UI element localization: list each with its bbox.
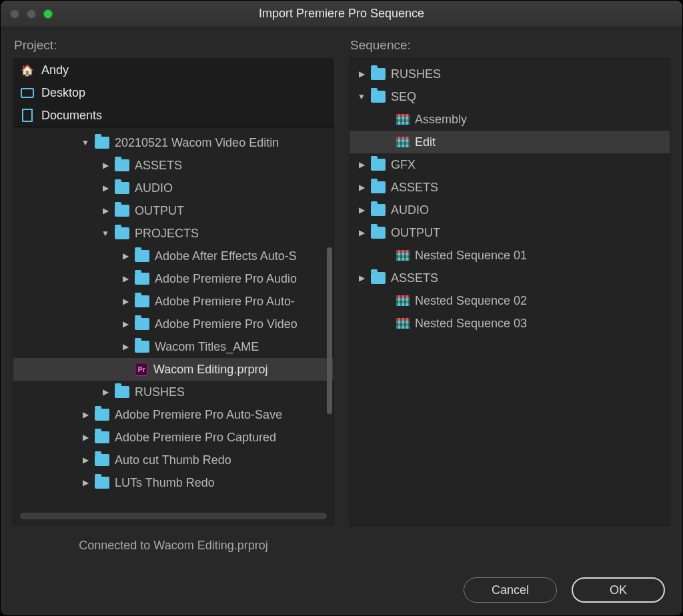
root-item-label: Documents	[41, 109, 102, 123]
root-location-list: 🏠AndyDesktopDocuments	[13, 59, 333, 127]
project-item-row[interactable]: ▼20210521 Wacom Video Editin	[13, 131, 333, 154]
chevron-right-icon[interactable]: ▶	[100, 161, 111, 170]
folder-icon	[95, 137, 109, 149]
project-scrollbar-horizontal[interactable]	[20, 513, 327, 519]
connection-status: Connected to Wacom Editing.prproj	[13, 525, 334, 569]
sequence-item-row[interactable]: ▶AUDIO	[350, 199, 670, 221]
sequence-item-row[interactable]: ▶GFX	[350, 153, 670, 176]
chevron-right-icon[interactable]: ▶	[120, 251, 131, 261]
root-item-andy[interactable]: 🏠Andy	[13, 59, 333, 81]
project-item-row[interactable]: ▼PROJECTS	[13, 222, 333, 245]
chevron-down-icon[interactable]: ▼	[80, 138, 91, 147]
dialog-footer: Cancel OK	[1, 569, 682, 615]
chevron-right-icon[interactable]: ▶	[356, 160, 367, 169]
sequence-tree[interactable]: ▶RUSHES▼SEQ Assembly Edit▶GFX▶ASSETS▶AUD…	[350, 59, 670, 525]
project-panel: Project: 🏠AndyDesktopDocuments ▼20210521…	[13, 38, 334, 569]
sequence-icon	[396, 114, 410, 125]
project-item-row[interactable]: ▶LUTs Thumb Redo	[13, 471, 333, 494]
sequence-item-row[interactable]: ▶ASSETS	[350, 267, 670, 289]
chevron-right-icon[interactable]: ▶	[356, 205, 367, 215]
chevron-right-icon[interactable]: ▶	[356, 273, 367, 283]
project-box: 🏠AndyDesktopDocuments ▼20210521 Wacom Vi…	[13, 58, 334, 525]
sequence-item-label: ASSETS	[391, 181, 438, 195]
chevron-right-icon[interactable]: ▶	[120, 319, 131, 329]
chevron-right-icon[interactable]: ▶	[100, 206, 111, 215]
sequence-item-row[interactable]: ▼SEQ	[350, 85, 670, 108]
chevron-right-icon[interactable]: ▶	[356, 69, 367, 79]
disclosure-none	[382, 296, 392, 305]
project-item-row[interactable]: Wacom Editing.prproj	[13, 358, 333, 381]
project-tree[interactable]: ▼20210521 Wacom Video Editin▶ASSETS▶AUDI…	[13, 127, 333, 509]
sequence-item-row[interactable]: Edit	[350, 131, 670, 153]
sequence-item-row[interactable]: ▶ASSETS	[350, 176, 670, 199]
project-item-row[interactable]: ▶ASSETS	[13, 154, 333, 177]
cancel-button[interactable]: Cancel	[464, 577, 557, 603]
project-item-row[interactable]: ▶RUSHES	[13, 381, 333, 403]
chevron-down-icon[interactable]: ▼	[100, 229, 111, 238]
sequence-item-row[interactable]: Nested Sequence 03	[350, 312, 670, 335]
minimize-window-button[interactable]	[27, 9, 36, 19]
project-item-row[interactable]: ▶Adobe Premiere Pro Auto-Save	[13, 403, 333, 426]
sequence-item-row[interactable]: Nested Sequence 02	[350, 289, 670, 312]
maximize-window-button[interactable]	[43, 9, 53, 19]
chevron-right-icon[interactable]: ▶	[80, 478, 91, 487]
chevron-right-icon[interactable]: ▶	[120, 274, 131, 283]
disclosure-none	[382, 115, 392, 124]
chevron-right-icon[interactable]: ▶	[100, 183, 111, 193]
project-item-label: Wacom Titles_AME	[155, 340, 259, 354]
project-item-row[interactable]: ▶Adobe Premiere Pro Auto-	[13, 290, 333, 313]
sequence-icon	[396, 318, 410, 329]
sequence-box: ▶RUSHES▼SEQ Assembly Edit▶GFX▶ASSETS▶AUD…	[349, 58, 670, 526]
chevron-down-icon[interactable]: ▼	[356, 92, 367, 101]
project-item-row[interactable]: ▶OUTPUT	[13, 199, 333, 222]
folder-icon	[371, 159, 386, 171]
project-item-row[interactable]: ▶Adobe Premiere Pro Captured	[13, 426, 333, 449]
project-item-row[interactable]: ▶Adobe After Effects Auto-S	[13, 245, 333, 267]
folder-icon	[371, 91, 386, 103]
project-item-row[interactable]: ▶AUDIO	[13, 177, 333, 199]
chevron-right-icon[interactable]: ▶	[80, 410, 91, 419]
dialog-window: Import Premiere Pro Sequence Project: 🏠A…	[0, 0, 683, 616]
folder-icon	[115, 386, 129, 398]
sequence-item-row[interactable]: Nested Sequence 01	[350, 244, 670, 267]
folder-icon	[135, 295, 149, 307]
project-item-label: Adobe Premiere Pro Auto-	[155, 295, 295, 309]
project-item-label: LUTs Thumb Redo	[115, 476, 215, 490]
chevron-right-icon[interactable]: ▶	[356, 183, 367, 192]
chevron-right-icon[interactable]: ▶	[80, 455, 91, 465]
chevron-right-icon[interactable]: ▶	[80, 433, 91, 442]
root-item-label: Andy	[41, 63, 69, 77]
project-item-row[interactable]: ▶Adobe Premiere Pro Audio	[13, 267, 333, 290]
chevron-right-icon[interactable]: ▶	[356, 228, 367, 237]
project-item-label: Wacom Editing.prproj	[153, 363, 267, 377]
sequence-item-label: Nested Sequence 02	[415, 294, 527, 308]
root-item-documents[interactable]: Documents	[13, 104, 333, 127]
sequence-item-row[interactable]: ▶OUTPUT	[350, 221, 670, 244]
close-window-button[interactable]	[10, 9, 19, 19]
project-scrollbar-vertical[interactable]	[327, 247, 332, 414]
chevron-right-icon[interactable]: ▶	[120, 342, 131, 351]
chevron-right-icon[interactable]: ▶	[120, 297, 131, 306]
folder-icon	[371, 272, 386, 284]
root-item-desktop[interactable]: Desktop	[13, 81, 333, 104]
project-item-row[interactable]: ▶Wacom Titles_AME	[13, 335, 333, 358]
sequence-icon	[396, 137, 410, 147]
premiere-project-icon	[135, 363, 148, 376]
folder-icon	[371, 181, 386, 193]
sequence-item-row[interactable]: ▶RUSHES	[350, 63, 670, 85]
sequence-item-label: Nested Sequence 03	[415, 317, 527, 331]
sequence-item-label: Nested Sequence 01	[415, 249, 527, 263]
sequence-item-row[interactable]: Assembly	[350, 108, 670, 131]
project-item-label: Auto cut Thumb Redo	[115, 453, 231, 467]
chevron-right-icon[interactable]: ▶	[100, 387, 111, 397]
sequence-icon	[396, 295, 410, 306]
project-item-label: PROJECTS	[135, 227, 199, 241]
ok-button[interactable]: OK	[572, 577, 665, 603]
folder-icon	[135, 318, 149, 330]
titlebar: Import Premiere Pro Sequence	[1, 1, 682, 27]
disclosure-none	[120, 365, 131, 374]
folder-icon	[371, 68, 386, 80]
project-item-row[interactable]: ▶Adobe Premiere Pro Video	[13, 313, 333, 335]
document-icon	[20, 109, 35, 122]
project-item-row[interactable]: ▶Auto cut Thumb Redo	[13, 449, 333, 471]
